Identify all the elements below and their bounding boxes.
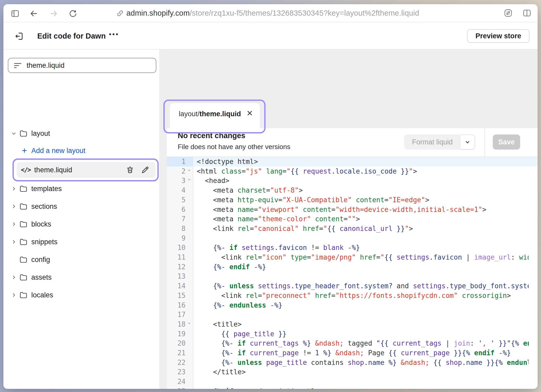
folder-label: blocks — [31, 220, 51, 228]
code-text: <meta http-equiv="X-UA-Compatible" conte… — [194, 195, 529, 205]
code-line[interactable]: 14 {%- unless settings.type_header_font.… — [167, 281, 538, 291]
sidebar-item-locales[interactable]: locales — [3, 287, 159, 303]
format-dropdown-toggle[interactable] — [460, 134, 475, 150]
sidebar-item-templates[interactable]: templates — [3, 181, 159, 197]
code-editor[interactable]: 1<!doctype html>2<html class="js" lang="… — [167, 156, 538, 389]
line-number: 20 — [167, 339, 193, 348]
chevron-right-icon[interactable] — [11, 274, 17, 280]
code-line[interactable]: 7 <meta name="theme-color" content=""> — [167, 214, 538, 224]
line-number: 19 — [167, 329, 193, 339]
code-file-icon: </> — [21, 166, 30, 174]
add-new-layout-link[interactable]: +Add a new layout — [3, 143, 159, 158]
rename-file-icon[interactable] — [141, 166, 149, 174]
sidebar-item-config[interactable]: config — [3, 252, 159, 267]
exit-editor-icon[interactable] — [14, 32, 24, 41]
code-line[interactable]: 24 — [167, 377, 538, 387]
chevron-right-icon[interactable] — [11, 292, 17, 298]
folder-label: layout — [31, 130, 50, 138]
reload-icon[interactable] — [69, 9, 77, 18]
line-number: 25 — [167, 387, 193, 389]
code-line[interactable]: 17 — [167, 310, 538, 320]
code-line[interactable]: 25 {% if page_description %} — [167, 387, 538, 389]
code-text: <html class="js" lang="{{ request.locale… — [194, 167, 529, 176]
sidebar-toggle-icon[interactable] — [11, 9, 20, 18]
code-line[interactable]: 15 <link rel="preconnect" href="https://… — [167, 291, 538, 301]
code-line[interactable]: 5 <meta http-equiv="X-UA-Compatible" con… — [167, 195, 538, 205]
sidebar-item-snippets[interactable]: snippets — [3, 234, 159, 250]
code-line[interactable]: 6 <meta name="viewport" content="width=d… — [167, 205, 538, 215]
code-text: <link rel="preconnect" href="https://fon… — [194, 291, 529, 301]
code-line[interactable]: 16 {%- endunless -%} — [167, 301, 538, 310]
sidebar-item-blocks[interactable]: blocks — [3, 216, 159, 232]
chevron-right-icon[interactable] — [11, 221, 17, 227]
url-path: /store/rzq1xu-f5/themes/132683530345?key… — [190, 9, 419, 17]
code-text: {%- endunless -%} — [194, 301, 529, 310]
sidebar-item-sections[interactable]: sections — [3, 199, 159, 214]
sidebar-item-assets[interactable]: assets — [3, 270, 159, 285]
folder-label: templates — [31, 185, 62, 193]
code-line[interactable]: 3 <head> — [167, 176, 538, 186]
code-text: {%- if settings.favicon != blank -%} — [194, 243, 529, 253]
fold-toggle-icon[interactable] — [187, 168, 192, 173]
file-search-input[interactable]: theme.liquid — [8, 58, 156, 73]
code-line[interactable]: 2<html class="js" lang="{{ request.local… — [167, 167, 538, 176]
file-label: theme.liquid — [34, 166, 72, 174]
code-line[interactable]: 20 {%- if current_tags %} &ndash; tagged… — [167, 339, 538, 348]
code-text: <!doctype html> — [194, 157, 529, 167]
chevron-right-icon[interactable] — [11, 239, 17, 245]
chevron-right-icon[interactable] — [11, 186, 17, 192]
code-text: <meta name="theme-color" content=""> — [194, 214, 529, 224]
status-subtitle: File does not have any other versions — [178, 143, 290, 151]
chevron-down-icon[interactable] — [11, 131, 17, 136]
tab-file-name: theme.liquid — [200, 110, 241, 118]
code-text — [194, 272, 529, 281]
code-line[interactable]: 1<!doctype html> — [167, 157, 538, 167]
code-line[interactable]: 19 {{ page_title }} — [167, 329, 538, 339]
save-button[interactable]: Save — [493, 134, 520, 150]
code-line[interactable]: 18 <title> — [167, 320, 538, 329]
close-tab-icon[interactable]: ✕ — [247, 109, 253, 117]
code-line[interactable]: 9 — [167, 234, 538, 243]
code-text: {%- unless settings.type_header_font.sys… — [194, 281, 529, 291]
line-number: 11 — [167, 253, 193, 262]
code-text: {%- if current_page != 1 %} &ndash; Page… — [194, 348, 529, 358]
split-view-icon[interactable] — [522, 9, 531, 17]
sidebar-item-theme-liquid[interactable]: </> theme.liquid — [17, 162, 156, 178]
fold-toggle-icon[interactable] — [187, 177, 192, 182]
delete-file-icon[interactable] — [126, 166, 134, 174]
format-liquid-button[interactable]: Format liquid — [404, 134, 460, 150]
code-line[interactable]: 22 {%- unless page_title contains shop.n… — [167, 358, 538, 368]
code-line[interactable]: 13 — [167, 272, 538, 281]
code-text: {%- if current_tags %} &ndash; tagged "{… — [194, 339, 529, 348]
add-layout-label: Add a new layout — [31, 147, 85, 155]
code-line[interactable]: 8 <link rel="canonical" href="{{ canonic… — [167, 224, 538, 234]
page-title: Edit code for Dawn — [37, 32, 106, 40]
code-line[interactable]: 23 </title> — [167, 367, 538, 377]
version-status-bar: No recent changes File does not have any… — [167, 128, 484, 156]
chevron-right-icon — [11, 257, 17, 262]
code-text — [194, 234, 529, 243]
back-icon[interactable] — [29, 9, 38, 18]
forward-icon[interactable] — [49, 9, 58, 18]
more-actions-button[interactable]: ••• — [109, 30, 119, 38]
address-bar[interactable]: admin.shopify.com/store/rzq1xu-f5/themes… — [126, 4, 419, 22]
status-title: No recent changes — [178, 131, 245, 140]
line-number: 17 — [167, 310, 193, 320]
code-line[interactable]: 11 <link rel="icon" type="image/png" hre… — [167, 253, 538, 262]
browser-settings-icon[interactable] — [504, 9, 513, 17]
code-line[interactable]: 10 {%- if settings.favicon != blank -%} — [167, 243, 538, 253]
fold-toggle-icon[interactable] — [187, 321, 192, 326]
code-line[interactable]: 12 {%- endif -%} — [167, 262, 538, 272]
code-line[interactable]: 21 {%- if current_page != 1 %} &ndash; P… — [167, 348, 538, 358]
code-line[interactable]: 4 <meta charset="utf-8"> — [167, 186, 538, 195]
line-number: 16 — [167, 301, 193, 310]
code-text: </title> — [194, 367, 529, 377]
preview-store-button[interactable]: Preview store — [467, 29, 530, 43]
folder-label: sections — [31, 203, 57, 211]
sidebar-item-layout[interactable]: layout — [3, 126, 159, 141]
folder-icon — [19, 238, 28, 246]
tab-layout-theme-liquid[interactable]: layout/theme.liquid ✕ — [170, 103, 260, 130]
chevron-right-icon[interactable] — [11, 204, 17, 209]
save-bar: Save — [485, 128, 538, 156]
folder-label: config — [31, 256, 50, 264]
